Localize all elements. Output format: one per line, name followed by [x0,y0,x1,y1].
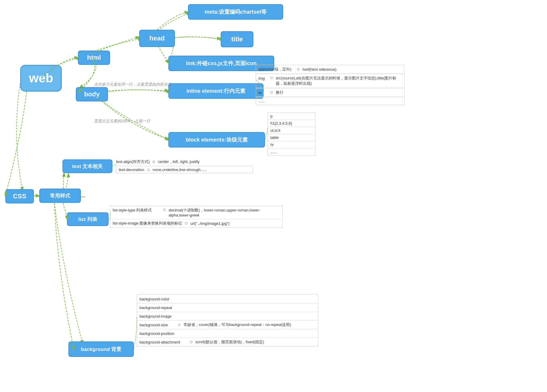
title-node: title [221,31,253,47]
text-align-val: center，left, right, justify [158,159,199,164]
br-attr: 换行 [276,90,283,95]
text-deco-box: text-decoration none,underline,line-shro… [116,166,253,173]
text-align-key: text-align(对齐方式) [116,159,150,164]
bg-color: background-color [140,297,169,301]
bullet-icon [297,68,300,70]
body-node: body [76,87,108,101]
block-dots: ...... [270,150,277,154]
inline-label: inline element:行内元素 [186,87,245,95]
br-label: br [258,90,267,95]
list-info-box: list-style-type 列表样式 decimal(十进制数)，lower… [110,206,283,228]
list-type-val: decimal(十进制数)，lower-roman,upper-roman,lo… [169,208,280,217]
block-info-box: p h1[2,3,4,5,6] ul,ol,li table hr ...... [268,112,315,156]
list-node: list 列表 [67,212,109,226]
bullet-text-deco [147,169,150,171]
title-label: title [231,35,243,43]
common-style-node: 常用样式 [39,189,81,203]
background-info-box: background-color background-repeat backg… [137,294,318,346]
bg-repeat: background-repeat [140,305,172,310]
bg-size-val: 常缺省，cover(铺满，可与background-repeat：no-repe… [184,322,291,327]
common-style-label: 常用样式 [50,192,70,199]
block-table: table [270,135,279,140]
body-note1: 允许多个元素在同一行，元素宽度由内容决定 [94,82,171,87]
css-node: CSS [5,189,34,203]
background-node: background 背景 [68,341,134,357]
bg-attach-val: scroll(默认值，随页面滚动)，fixed(固定) [195,339,264,345]
bullet-list-image [185,222,187,225]
inline-info-box: a(anchor,锚，定向) href(html reference) img … [256,65,405,105]
css-label: CSS [13,192,26,200]
block-label: block elements:块级元素 [186,136,247,143]
text-align-row: text-align(对齐方式) center，left, right, jus… [116,159,200,164]
block-p: p [270,114,272,118]
inline-node: inline element:行内元素 [168,83,264,99]
bullet-bg-attach [190,341,192,343]
list-image-val: url("../img/image1.jpg") [190,221,229,226]
anchor-attr: href(html reference) [303,67,336,72]
bullet-text-align [153,161,155,163]
body-note2: 宽度占父元素的100%，占据一行 [94,118,150,124]
bullet-list-type [163,208,166,211]
img-attr: src(source),alt(在图片无法显示的时候，显示图片文字信息),tit… [276,76,402,86]
web-node: web [20,65,62,92]
inline-dots: ...... [258,99,265,103]
bg-position: background-position [140,331,174,336]
text-style-label: text 文本相关 [72,163,103,170]
head-label: head [149,35,164,42]
text-style-node: text 文本相关 [62,159,112,173]
bullet-bg-size [178,324,181,326]
block-ul: ul,ol,li [270,128,280,133]
list-image-key: list-style-image 图像来替换列表项的标记 [113,221,182,226]
meta-node: meta:设置编码chartset等 [188,4,283,20]
bg-size-key: background-size [140,323,175,327]
block-hr: hr [270,142,274,147]
head-node: head [139,30,175,47]
web-label: web [29,71,53,85]
link-label: link:外链css,js文件,页面icon [186,60,256,67]
html-node: html [78,51,110,65]
text-deco-val: none,underline,line-shrough...... [153,167,207,172]
bullet-icon3 [270,91,273,94]
list-type-key: list-style-type 列表样式 [113,208,160,213]
html-label: html [87,54,101,62]
bg-image: background-image [140,314,172,319]
anchor-label: a(anchor,锚，定向) [258,67,294,72]
block-node: block elements:块级元素 [168,132,265,148]
meta-label: meta:设置编码chartset等 [205,8,267,15]
img-label: img [258,76,267,81]
background-label: background 背景 [81,346,121,353]
list-label: list 列表 [78,216,97,223]
bg-attach-key: background-attachment [140,340,187,344]
block-h1: h1[2,3,4,5,6] [270,121,292,126]
bullet-icon2 [270,77,273,79]
body-label: body [84,90,100,98]
text-deco-key: text-decoration [119,167,144,172]
